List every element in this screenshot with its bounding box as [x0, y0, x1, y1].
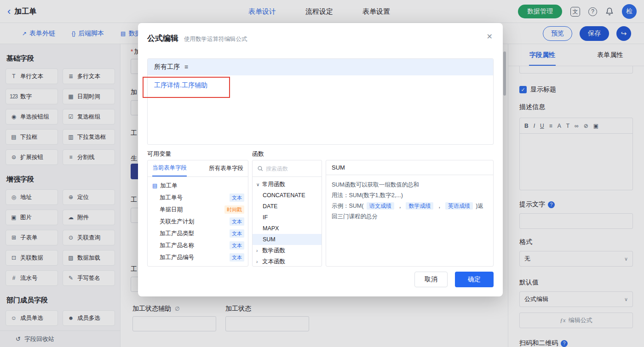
variable-form-row[interactable]: ▤ 加工单 [148, 180, 248, 192]
search-icon [257, 165, 263, 171]
variables-list: ▤ 加工单 加工单号 文本 单据日期 时间戳 关联生产计划 文本 加工产品类型 [148, 177, 248, 266]
variable-item-product-no[interactable]: 加工产品编号 文本 [148, 251, 248, 263]
variable-type-badge: 文本 [230, 253, 244, 262]
confirm-button[interactable]: 确定 [455, 272, 494, 287]
close-icon[interactable]: ✕ [487, 32, 493, 41]
formula-input-area[interactable]: 工序详情.工序辅助 [148, 75, 493, 95]
function-item-if[interactable]: IF [253, 212, 322, 223]
variable-type-badge: 文本 [230, 241, 244, 250]
doc-example-separator: ， [437, 203, 443, 209]
variable-type-badge: 文本 [230, 217, 244, 226]
caret-right-icon: › [256, 259, 260, 264]
function-group-label: 常用函数 [262, 181, 285, 188]
function-group-label: 文本函数 [262, 258, 285, 266]
formula-expression-chip[interactable]: 工序详情.工序辅助 [154, 81, 207, 89]
form-file-icon: ▤ [152, 182, 157, 189]
variable-item-product-type[interactable]: 加工产品类型 文本 [148, 228, 248, 239]
formula-target: 所有工序 [154, 63, 180, 71]
function-group-math[interactable]: › 数学函数 [253, 245, 322, 256]
variable-type-badge: 文本 [230, 229, 244, 238]
functions-list: ∨ 常用函数 CONCATENATE DATE IF MAPX SUM › 数学… [253, 177, 322, 267]
formula-editor: 所有工序 = 工序详情.工序辅助 [147, 58, 494, 145]
formula-edit-dialog: 公式编辑 使用数学运算符编辑公式 ✕ 所有工序 = 工序详情.工序辅助 可用变量… [138, 23, 503, 296]
variable-name: 加工产品编号 [160, 254, 194, 262]
caret-right-icon: › [256, 248, 260, 253]
function-search [253, 160, 322, 177]
cancel-button[interactable]: 取消 [414, 272, 448, 287]
function-group-label: 数学函数 [262, 247, 285, 255]
variable-name: 单据日期 [160, 206, 183, 214]
doc-example-arg: 数学成绩 [406, 202, 433, 210]
doc-example: 示例：SUM( 语文成绩 ， 数学成绩 ， 英语成绩 )返回三门课程的总分 [332, 201, 488, 222]
variables-tabs: 当前表单字段 所有表单字段 [148, 160, 248, 177]
functions-panel: ∨ 常用函数 CONCATENATE DATE IF MAPX SUM › 数学… [252, 160, 322, 267]
tab-current-form-fields[interactable]: 当前表单字段 [152, 160, 187, 176]
variables-section-label: 可用变量 [147, 150, 171, 158]
formula-target-row: 所有工序 = [148, 59, 493, 75]
doc-example-separator: ， [397, 203, 403, 209]
function-doc-panel: SUM SUM函数可以获取一组数值的总和 用法：SUM(数字1,数字2,...)… [326, 160, 494, 267]
function-doc-title: SUM [326, 160, 493, 175]
function-group-text[interactable]: › 文本函数 [253, 256, 322, 267]
variable-name: 加工产品名称 [160, 242, 194, 250]
variable-name: 加工单号 [160, 194, 183, 202]
function-item-date[interactable]: DATE [253, 201, 322, 212]
functions-section-label: 函数 [252, 150, 264, 158]
equals-sign: = [184, 63, 188, 71]
variable-item-order-no[interactable]: 加工单号 文本 [148, 192, 248, 204]
doc-example-arg: 英语成绩 [445, 202, 473, 210]
dialog-header: 公式编辑 使用数学运算符编辑公式 [138, 23, 503, 44]
function-item-mapx[interactable]: MAPX [253, 223, 322, 234]
dialog-subtitle: 使用数学运算符编辑公式 [184, 35, 247, 43]
function-group-common[interactable]: ∨ 常用函数 [253, 179, 322, 190]
variable-type-badge: 文本 [230, 193, 244, 202]
function-item-sum[interactable]: SUM [253, 234, 322, 245]
variable-item-product-name[interactable]: 加工产品名称 文本 [148, 239, 248, 251]
form-name: 加工单 [160, 182, 178, 190]
function-search-input[interactable] [266, 165, 312, 172]
variable-type-badge: 时间戳 [224, 205, 244, 214]
variable-name: 加工产品类型 [160, 230, 194, 238]
function-item-concatenate[interactable]: CONCATENATE [253, 190, 322, 201]
doc-usage: 用法：SUM(数字1,数字2,...) [332, 190, 488, 201]
doc-description: SUM函数可以获取一组数值的总和 [332, 180, 488, 190]
dialog-footer: 取消 确定 [414, 272, 494, 287]
variable-name: 关联生产计划 [160, 218, 194, 226]
tab-all-form-fields[interactable]: 所有表单字段 [209, 160, 243, 176]
app-root: ‹ 加工单 表单设计 流程设定 表单设置 数据管理 文 ? 检 ↗ 表单外链 {… [0, 0, 644, 347]
dialog-title: 公式编辑 [147, 33, 178, 44]
caret-down-icon: ∨ [256, 182, 260, 187]
doc-example-prefix: 示例：SUM( [332, 203, 363, 209]
variable-item-doc-date[interactable]: 单据日期 时间戳 [148, 204, 248, 216]
doc-example-arg: 语文成绩 [367, 202, 394, 210]
variable-item-production-plan[interactable]: 关联生产计划 文本 [148, 216, 248, 228]
variables-panel: 当前表单字段 所有表单字段 ▤ 加工单 加工单号 文本 单据日期 时间戳 关联生… [147, 160, 248, 267]
function-doc-body: SUM函数可以获取一组数值的总和 用法：SUM(数字1,数字2,...) 示例：… [326, 175, 493, 227]
